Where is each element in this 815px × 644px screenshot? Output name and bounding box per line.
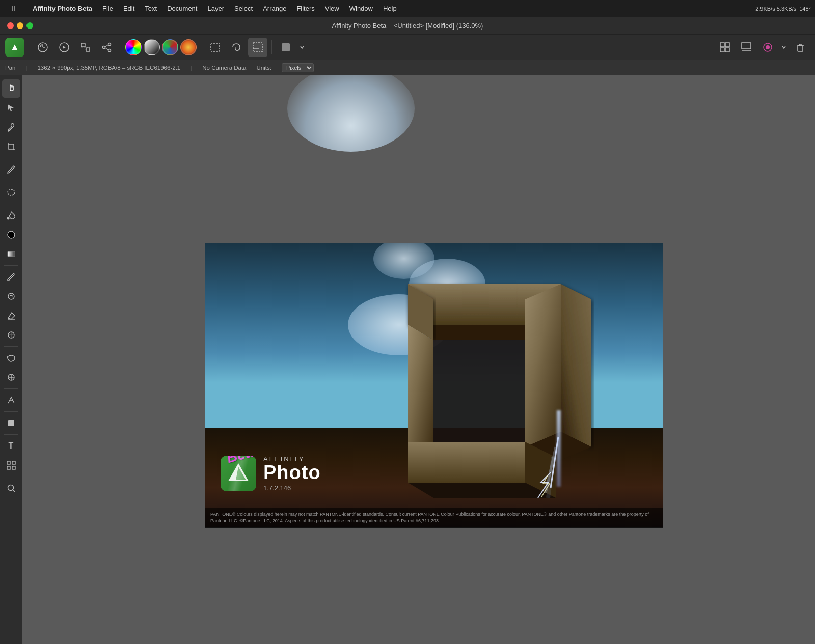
pencil-tool[interactable] [2, 268, 20, 286]
history-button[interactable] [33, 38, 52, 57]
menu-select[interactable]: Select [229, 0, 258, 17]
svg-marker-50 [561, 284, 591, 447]
svg-marker-51 [525, 284, 561, 447]
eraser-tool[interactable] [2, 306, 20, 325]
menu-document[interactable]: Document [162, 0, 202, 17]
clone-tool[interactable] [2, 368, 20, 386]
shape-dropdown[interactable] [297, 38, 307, 57]
svg-rect-14 [282, 43, 290, 51]
move-tool[interactable] [2, 99, 20, 117]
app-icon-button[interactable]: ▲ [5, 38, 24, 57]
ellipse-select-icon [7, 188, 16, 197]
lasso-icon [231, 42, 242, 53]
version-label: 1.7.2.146 [263, 484, 321, 492]
window-controls[interactable] [0, 22, 40, 29]
menu-arrange[interactable]: Arrange [258, 0, 291, 17]
text-tool[interactable]: T [2, 437, 20, 455]
flood-fill-tool[interactable] [2, 206, 20, 225]
logo-mark: Beta [221, 456, 256, 491]
inpainting-tool[interactable] [2, 287, 20, 305]
macro-dropdown[interactable] [779, 38, 789, 57]
vector-tool[interactable] [2, 456, 20, 474]
canvas-area[interactable]: Beta AFFINITY Photo 1.7.2.146 PANTONE® C… [22, 75, 815, 644]
chevron-down-icon [300, 45, 305, 50]
units-label: Units: [257, 65, 271, 71]
left-toolbar: T [0, 75, 22, 644]
eyedropper-icon [7, 123, 16, 132]
pen-tool[interactable] [2, 391, 20, 409]
view-button[interactable] [737, 38, 756, 57]
shape-draw-tool[interactable] [2, 414, 20, 432]
inpainting-icon [7, 292, 16, 301]
undo-history-button[interactable] [55, 38, 74, 57]
snap-button[interactable] [76, 38, 95, 57]
gradient-fill-tool[interactable] [2, 245, 20, 263]
elliptical-marquee-tool[interactable] [2, 183, 20, 202]
selection-brush-button[interactable] [248, 38, 267, 57]
menu-window[interactable]: Window [344, 0, 378, 17]
menu-file[interactable]: File [97, 0, 118, 17]
lasso-select-button[interactable] [227, 38, 246, 57]
color-picker-tool[interactable] [2, 226, 20, 244]
dodge-burn-tool[interactable] [2, 326, 20, 344]
trash-icon [795, 42, 805, 52]
crop-tool[interactable] [2, 137, 20, 156]
menu-help[interactable]: Help [378, 0, 402, 17]
waterfall-effect [557, 410, 561, 487]
left-sep-2 [4, 181, 18, 181]
delete-button[interactable] [791, 38, 810, 57]
rect-select-button[interactable] [205, 38, 225, 57]
menu-layer[interactable]: Layer [202, 0, 229, 17]
svg-line-46 [13, 490, 15, 492]
left-sep-3 [4, 204, 18, 204]
minimize-button[interactable] [17, 22, 23, 29]
beta-overlay-text: Beta [225, 456, 256, 466]
logo-area: Beta AFFINITY Photo 1.7.2.146 [221, 455, 321, 492]
menu-app-name[interactable]: Affinity Photo Beta [28, 0, 97, 17]
units-select[interactable]: Pixels Inches cm mm [282, 63, 314, 72]
brush-icon [7, 165, 16, 174]
svg-rect-2 [82, 43, 85, 47]
svg-point-8 [103, 46, 105, 48]
svg-marker-64 [236, 467, 246, 480]
svg-rect-18 [725, 48, 729, 52]
shape-button[interactable] [276, 38, 295, 57]
macro-button[interactable] [758, 38, 777, 57]
grid-button[interactable] [715, 38, 735, 57]
selection-brush-icon [252, 42, 263, 53]
apple-menu[interactable]:  [0, 4, 28, 13]
shape-icon [280, 42, 291, 53]
close-button[interactable] [7, 22, 14, 29]
share-button[interactable] [97, 38, 117, 57]
svg-rect-40 [8, 420, 14, 426]
menu-text[interactable]: Text [140, 0, 162, 17]
color-picker-icon [7, 230, 16, 239]
left-sep-5 [4, 346, 18, 347]
menu-right-status: 2.9KB/s 5.3KB/s 148° [755, 6, 815, 12]
zoom-tool[interactable] [2, 479, 20, 497]
paint-brush-tool[interactable] [2, 160, 20, 179]
menu-view[interactable]: View [320, 0, 344, 17]
undo-icon [59, 42, 70, 53]
maximize-button[interactable] [26, 22, 33, 29]
window-title: Affinity Photo Beta – <Untitled> [Modifi… [332, 22, 483, 30]
svg-rect-33 [8, 251, 15, 257]
left-sep-9 [4, 477, 18, 477]
tone-button[interactable] [144, 39, 160, 55]
network-status: 2.9KB/s 5.3KB/s [755, 6, 796, 12]
menu-edit[interactable]: Edit [118, 0, 140, 17]
liquify-icon [7, 353, 16, 362]
menu-filters[interactable]: Filters [291, 0, 319, 17]
eyedropper-tool[interactable] [2, 118, 20, 136]
splash-image: Beta AFFINITY Photo 1.7.2.146 PANTONE® C… [205, 243, 663, 528]
svg-rect-19 [742, 43, 751, 49]
gradient-button[interactable] [180, 39, 197, 55]
rect-shape-icon [7, 418, 16, 428]
liquify-tool[interactable] [2, 349, 20, 367]
color-button[interactable] [162, 39, 178, 55]
toolbar-sep-2 [121, 40, 121, 54]
color-wheel-button[interactable] [125, 39, 142, 55]
pan-tool[interactable] [2, 79, 20, 98]
macro-chevron-icon [781, 45, 786, 50]
left-sep-7 [4, 411, 18, 412]
